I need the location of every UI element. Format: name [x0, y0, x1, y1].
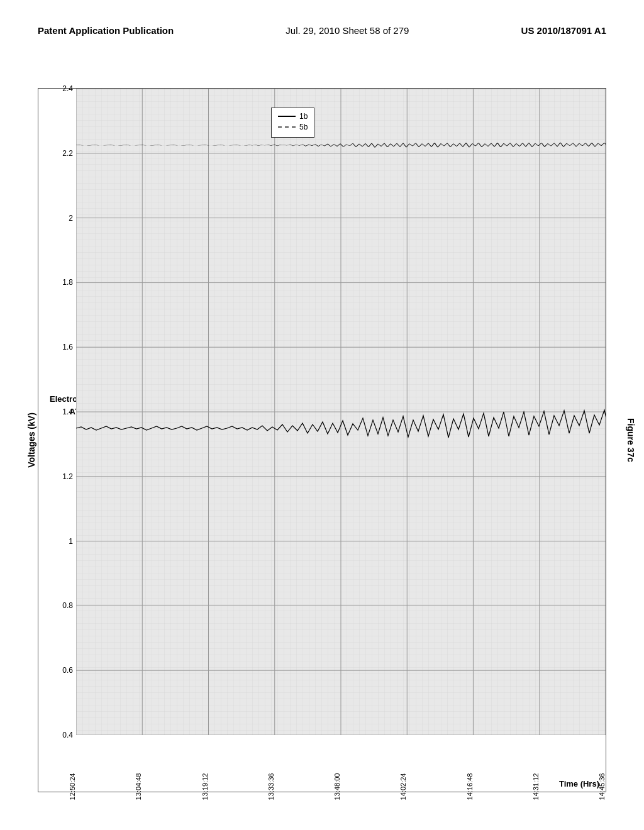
legend-line-solid	[278, 116, 296, 117]
legend: 1b 5b	[271, 108, 314, 138]
y-tick-0_4: 0.4	[62, 731, 73, 739]
y-tick-0_8: 0.8	[62, 601, 73, 610]
y-tick-2_2: 2.2	[62, 149, 73, 158]
legend-line-dashed	[278, 126, 296, 128]
x-tick-2: 13:19:12	[201, 773, 209, 800]
y-axis: 2.4 2.2 2 1.8 1.6 1.4 1.2 1 0.8 0.6 0.4	[38, 89, 76, 735]
header: Patent Application Publication Jul. 29, …	[38, 25, 606, 36]
x-tick-0: 12:50:24	[69, 773, 76, 800]
x-axis: 12:50:24 13:04:48 13:19:12 13:33:36 13:4…	[76, 735, 606, 792]
y-tick-2: 2	[69, 214, 73, 223]
legend-label-5b: 5b	[299, 123, 308, 131]
header-patent-number: US 2010/187091 A1	[521, 25, 606, 36]
chart-svg	[76, 89, 606, 735]
legend-item-5b: 5b	[278, 123, 308, 131]
y-tick-1_4: 1.4	[62, 407, 73, 416]
y-tick-1: 1	[69, 537, 73, 546]
x-axis-label: Time (Hrs)	[559, 779, 599, 788]
x-tick-3: 13:33:36	[267, 773, 275, 800]
x-tick-6: 14:16:48	[466, 773, 474, 800]
y-tick-1_6: 1.6	[62, 343, 73, 351]
y-tick-1_8: 1.8	[62, 278, 73, 287]
x-tick-7: 14:31:12	[532, 773, 540, 800]
legend-item-1b: 1b	[278, 112, 308, 121]
legend-label-1b: 1b	[299, 112, 308, 121]
chart-area	[76, 89, 606, 735]
y-tick-2_4: 2.4	[62, 84, 73, 93]
y-axis-label: Voltages (kV)	[26, 412, 36, 468]
figure-label: Figure 37c	[626, 418, 636, 462]
header-date-sheet: Jul. 29, 2010 Sheet 58 of 279	[286, 25, 409, 36]
x-tick-1: 13:04:48	[135, 773, 142, 800]
y-tick-0_6: 0.6	[62, 666, 73, 675]
x-tick-4: 13:48:00	[333, 773, 341, 800]
y-tick-1_2: 1.2	[62, 472, 73, 481]
page: Patent Application Publication Jul. 29, …	[0, 0, 644, 830]
header-publication: Patent Application Publication	[38, 25, 174, 36]
x-tick-5: 14:02:24	[399, 773, 407, 800]
chart-container: Electrode Set #2AT059 1b 5b	[38, 88, 606, 792]
